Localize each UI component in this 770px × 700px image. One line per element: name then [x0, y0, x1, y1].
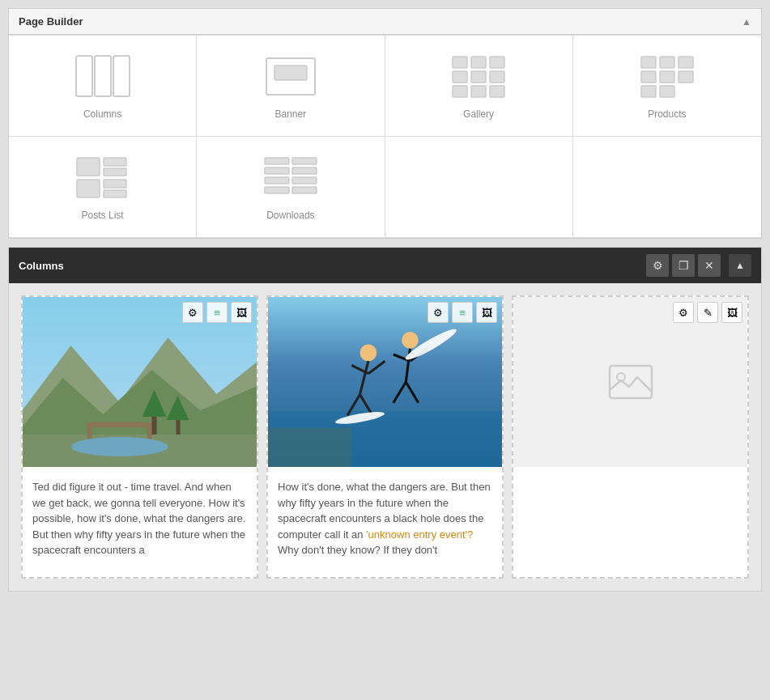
panel-collapse-arrow[interactable]: ▲	[742, 16, 751, 28]
col3-text	[513, 467, 747, 486]
columns-collapse-button[interactable]: ▲	[729, 254, 751, 277]
svg-rect-0	[76, 56, 92, 96]
svg-rect-40	[87, 422, 152, 427]
svg-rect-42	[147, 422, 152, 439]
svg-rect-1	[95, 56, 111, 96]
col2-text: How it's done, what the dangers are. But…	[268, 469, 502, 568]
column-card-1: ⚙ ≡ 🖼	[21, 295, 258, 579]
banner-icon	[258, 52, 323, 100]
col1-text: Ted did figure it out - time travel. And…	[23, 469, 257, 568]
col3-toolbar: ⚙ ✎ 🖼	[673, 302, 742, 323]
downloads-icon	[258, 153, 323, 202]
col3-settings-button[interactable]: ⚙	[673, 302, 694, 323]
columns-header: Columns ⚙ ❐ ✕ ▲	[9, 248, 761, 283]
columns-delete-button[interactable]: ✕	[698, 254, 721, 277]
gallery-icon	[446, 52, 511, 100]
widget-empty-1	[385, 137, 573, 238]
col1-image-button[interactable]: 🖼	[231, 302, 252, 323]
widget-posts-list[interactable]: Posts List	[9, 137, 197, 238]
svg-rect-2	[113, 56, 130, 96]
svg-rect-24	[104, 168, 126, 176]
svg-rect-33	[292, 177, 317, 184]
svg-rect-5	[453, 57, 467, 68]
widget-grid-row2: Posts List Downloads	[9, 137, 761, 238]
col2-toolbar: ⚙ ≡ 🖼	[428, 302, 497, 323]
svg-rect-23	[104, 158, 126, 166]
svg-rect-21	[660, 86, 674, 97]
columns-section-title: Columns	[19, 260, 64, 272]
posts-list-icon	[70, 153, 135, 202]
columns-header-actions: ⚙ ❐ ✕ ▲	[646, 254, 751, 277]
svg-rect-15	[660, 57, 674, 68]
widget-grid-row1: Columns Banner	[9, 35, 761, 137]
columns-section: Columns ⚙ ❐ ✕ ▲ ⚙ ≡ 🖼	[8, 247, 762, 592]
widget-downloads-label: Downloads	[266, 210, 314, 221]
svg-rect-41	[87, 422, 92, 439]
col1-settings-button[interactable]: ⚙	[182, 302, 203, 323]
widget-columns-label: Columns	[83, 108, 121, 120]
svg-rect-7	[490, 57, 504, 68]
svg-rect-22	[77, 158, 100, 176]
svg-rect-25	[77, 180, 100, 197]
svg-point-43	[71, 437, 168, 456]
svg-rect-17	[641, 71, 656, 83]
svg-rect-50	[268, 411, 502, 467]
col2-menu-button[interactable]: ≡	[452, 302, 473, 323]
svg-rect-28	[265, 158, 289, 164]
svg-rect-29	[292, 158, 317, 164]
svg-rect-35	[292, 187, 317, 193]
svg-rect-4	[274, 66, 307, 80]
page-builder-panel: Page Builder ▲ Columns	[8, 8, 762, 239]
svg-rect-9	[471, 71, 486, 83]
svg-rect-32	[265, 177, 289, 184]
svg-rect-27	[104, 190, 126, 197]
widget-banner[interactable]: Banner	[197, 36, 385, 137]
svg-rect-16	[679, 57, 693, 68]
panel-header: Page Builder ▲	[9, 9, 761, 35]
panel-title: Page Builder	[19, 15, 83, 28]
widget-products[interactable]: Products	[573, 36, 761, 137]
columns-duplicate-button[interactable]: ❐	[672, 254, 695, 277]
col2-image-button[interactable]: 🖼	[476, 302, 497, 323]
col2-settings-button[interactable]: ⚙	[428, 302, 449, 323]
widget-banner-label: Banner	[275, 108, 307, 120]
columns-content: ⚙ ≡ 🖼	[9, 283, 761, 591]
svg-rect-18	[660, 71, 674, 83]
svg-rect-46	[177, 418, 181, 435]
svg-rect-20	[641, 86, 656, 97]
col1-menu-button[interactable]: ≡	[206, 302, 228, 323]
column-card-2: ⚙ ≡ 🖼	[266, 295, 504, 579]
svg-rect-26	[104, 180, 126, 188]
columns-icon	[70, 52, 135, 100]
svg-point-51	[360, 345, 377, 362]
col1-toolbar: ⚙ ≡ 🖼	[182, 302, 252, 323]
svg-rect-8	[453, 71, 467, 83]
svg-rect-44	[152, 414, 157, 435]
widget-empty-2	[573, 137, 761, 238]
svg-rect-12	[471, 86, 486, 97]
widget-downloads[interactable]: Downloads	[197, 137, 385, 238]
products-icon	[635, 52, 700, 100]
columns-settings-button[interactable]: ⚙	[646, 254, 669, 277]
widget-gallery[interactable]: Gallery	[385, 36, 573, 137]
svg-rect-6	[471, 57, 486, 68]
svg-rect-19	[679, 71, 693, 83]
svg-rect-34	[265, 187, 289, 193]
svg-rect-14	[641, 57, 656, 68]
widget-posts-list-label: Posts List	[82, 210, 124, 221]
image-placeholder-icon	[606, 358, 655, 406]
svg-rect-30	[265, 168, 289, 174]
svg-rect-13	[490, 86, 504, 97]
column-card-3: ⚙ ✎ 🖼	[512, 295, 749, 579]
svg-rect-65	[610, 366, 652, 398]
svg-rect-11	[453, 86, 467, 97]
col3-edit-button[interactable]: ✎	[697, 302, 718, 323]
svg-rect-31	[292, 168, 317, 174]
widget-columns[interactable]: Columns	[9, 36, 197, 137]
col3-image-button[interactable]: 🖼	[721, 302, 742, 323]
svg-point-58	[402, 332, 419, 349]
svg-rect-10	[490, 71, 504, 83]
widget-products-label: Products	[648, 108, 686, 120]
widget-gallery-label: Gallery	[463, 108, 494, 120]
